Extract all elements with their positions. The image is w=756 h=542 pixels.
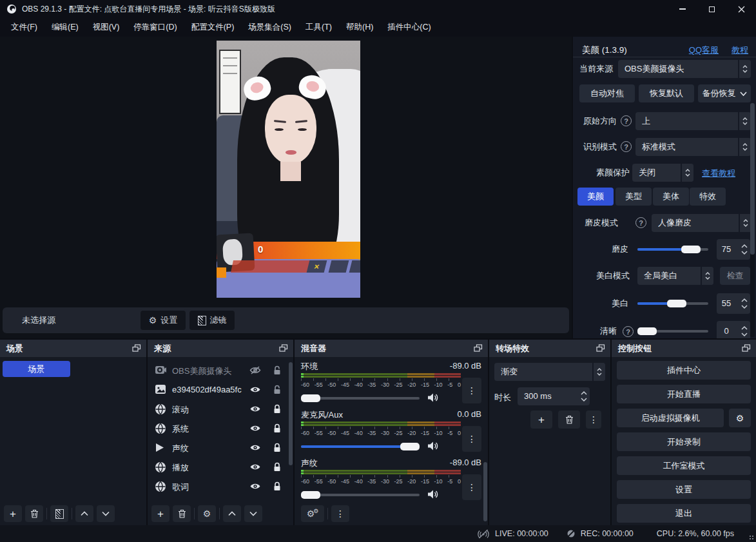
scrollbar-thumb[interactable] xyxy=(750,103,755,255)
channel-menu-button[interactable]: ⋮ xyxy=(462,378,481,403)
eye-icon[interactable] xyxy=(249,385,261,394)
popout-icon[interactable] xyxy=(596,344,605,352)
source-row[interactable]: 系统 xyxy=(148,419,293,438)
spinner-arrows-icon[interactable] xyxy=(701,267,713,285)
source-properties-button[interactable]: ⚙ 设置 xyxy=(141,311,186,330)
makeup-protect-dropdown[interactable]: 关闭 xyxy=(632,164,693,182)
move-scene-down-button[interactable] xyxy=(97,505,115,522)
start-recording-button[interactable]: 开始录制 xyxy=(617,432,751,451)
remove-source-button[interactable] xyxy=(173,505,191,522)
remove-transition-button[interactable] xyxy=(558,411,580,429)
plugin-center-button[interactable]: 插件中心 xyxy=(617,361,751,380)
backup-restore-button[interactable]: 备份恢复 xyxy=(698,84,751,102)
spinner-arrows-icon[interactable] xyxy=(741,321,748,338)
slider-handle[interactable] xyxy=(667,300,686,307)
close-button[interactable] xyxy=(727,0,756,18)
virtual-camera-settings-button[interactable]: ⚙ xyxy=(729,409,751,427)
smooth-value-spinbox[interactable]: 75 xyxy=(717,239,750,260)
move-scene-up-button[interactable] xyxy=(75,505,93,522)
eye-icon[interactable] xyxy=(249,443,261,452)
spinner-arrows-icon[interactable] xyxy=(738,60,751,78)
speaker-icon[interactable] xyxy=(428,490,439,499)
eye-icon[interactable] xyxy=(249,482,261,490)
move-source-down-button[interactable] xyxy=(244,505,262,522)
menu-tools[interactable]: 工具(T) xyxy=(298,18,339,37)
slider-handle[interactable] xyxy=(301,491,320,499)
help-icon[interactable]: ? xyxy=(621,141,632,152)
qq-support-link[interactable]: QQ客服 xyxy=(689,44,719,56)
preview-canvas[interactable]: 0 × xyxy=(217,41,360,298)
channel-menu-button[interactable]: ⋮ xyxy=(462,474,481,500)
source-row[interactable]: 声纹 xyxy=(148,438,293,458)
settings-button[interactable]: 设置 xyxy=(617,480,751,499)
minimize-button[interactable] xyxy=(668,0,697,18)
spinner-arrows-icon[interactable] xyxy=(581,387,587,405)
transitions-dock-header[interactable]: 转场特效 xyxy=(489,340,610,357)
lock-open-icon[interactable] xyxy=(273,385,282,394)
menu-scene-collection[interactable]: 场景集合(S) xyxy=(241,18,298,37)
restore-default-button[interactable]: 恢复默认 xyxy=(639,84,694,102)
add-scene-button[interactable]: + xyxy=(4,505,22,522)
volume-slider[interactable] xyxy=(301,494,420,496)
recognition-dropdown[interactable]: 标准模式 xyxy=(635,138,751,156)
lock-closed-icon[interactable] xyxy=(273,462,282,472)
add-transition-button[interactable]: + xyxy=(530,411,552,429)
move-source-up-button[interactable] xyxy=(223,505,241,522)
studio-mode-button[interactable]: 工作室模式 xyxy=(617,456,751,475)
lock-open-icon[interactable] xyxy=(273,365,282,375)
slider-handle[interactable] xyxy=(301,394,320,402)
spinner-arrows-icon[interactable] xyxy=(741,293,748,314)
slider-handle[interactable] xyxy=(400,443,420,450)
start-virtual-camera-button[interactable]: 启动虚拟摄像机 xyxy=(617,409,724,427)
menu-plugin-center[interactable]: 插件中心(C) xyxy=(380,18,438,37)
eye-icon[interactable] xyxy=(249,405,261,413)
eye-icon[interactable] xyxy=(249,463,261,471)
whiten-slider[interactable] xyxy=(637,302,708,305)
sources-dock-header[interactable]: 来源 xyxy=(148,340,293,357)
add-source-button[interactable]: + xyxy=(151,505,170,522)
spinner-arrows-icon[interactable] xyxy=(738,138,751,156)
popout-icon[interactable] xyxy=(474,344,483,352)
menu-edit[interactable]: 编辑(E) xyxy=(44,18,86,37)
tutorial-link[interactable]: 教程 xyxy=(732,44,748,56)
controls-dock-header[interactable]: 控制按钮 xyxy=(612,340,756,357)
autofocus-button[interactable]: 自动对焦 xyxy=(579,84,635,102)
popout-icon[interactable] xyxy=(742,344,751,352)
mixer-menu-button[interactable]: ⋮ xyxy=(331,505,349,522)
mixer-scrollbar[interactable] xyxy=(483,462,487,521)
spinner-arrows-icon[interactable] xyxy=(681,164,693,182)
spinner-arrows-icon[interactable] xyxy=(741,239,748,260)
menu-docks[interactable]: 停靠窗口(D) xyxy=(126,18,184,37)
spinner-arrows-icon[interactable] xyxy=(592,363,605,381)
scene-item-selected[interactable]: 场景 xyxy=(3,361,70,377)
tab-body[interactable]: 美体 xyxy=(653,188,689,206)
advanced-audio-button[interactable]: ⚙⚙ xyxy=(301,505,324,522)
speaker-icon[interactable] xyxy=(428,393,439,402)
clarity-slider[interactable] xyxy=(637,330,708,333)
check-button[interactable]: 检查 xyxy=(720,267,750,285)
beauty-scrollbar[interactable] xyxy=(750,103,755,337)
scenes-dock-header[interactable]: 场景 xyxy=(0,340,146,357)
lock-closed-icon[interactable] xyxy=(273,423,282,433)
spinner-arrows-icon[interactable] xyxy=(738,112,751,130)
menu-profile[interactable]: 配置文件(P) xyxy=(184,18,242,37)
speaker-icon[interactable] xyxy=(428,441,439,450)
clarity-value-spinbox[interactable]: 0 xyxy=(717,321,750,338)
channel-menu-button[interactable]: ⋮ xyxy=(462,426,481,452)
maximize-button[interactable] xyxy=(697,0,726,18)
lock-closed-icon[interactable] xyxy=(273,443,282,452)
eye-icon[interactable] xyxy=(249,424,261,432)
menu-file[interactable]: 文件(F) xyxy=(4,18,44,37)
smooth-slider[interactable] xyxy=(637,248,708,251)
transition-menu-button[interactable]: ⋮ xyxy=(586,411,601,429)
sources-scrollbar[interactable] xyxy=(289,362,293,465)
resize-grip-icon[interactable] xyxy=(748,534,754,540)
help-icon[interactable]: ? xyxy=(621,115,632,126)
source-row[interactable]: 播放 xyxy=(148,458,293,477)
menu-view[interactable]: 视图(V) xyxy=(86,18,127,37)
lock-closed-icon[interactable] xyxy=(273,404,282,414)
tab-reshape[interactable]: 美型 xyxy=(615,188,652,206)
eye-slash-icon[interactable] xyxy=(249,366,261,374)
source-row[interactable]: OBS美颜摄像头 xyxy=(148,361,293,380)
duration-spinbox[interactable]: 300 ms xyxy=(518,387,590,405)
